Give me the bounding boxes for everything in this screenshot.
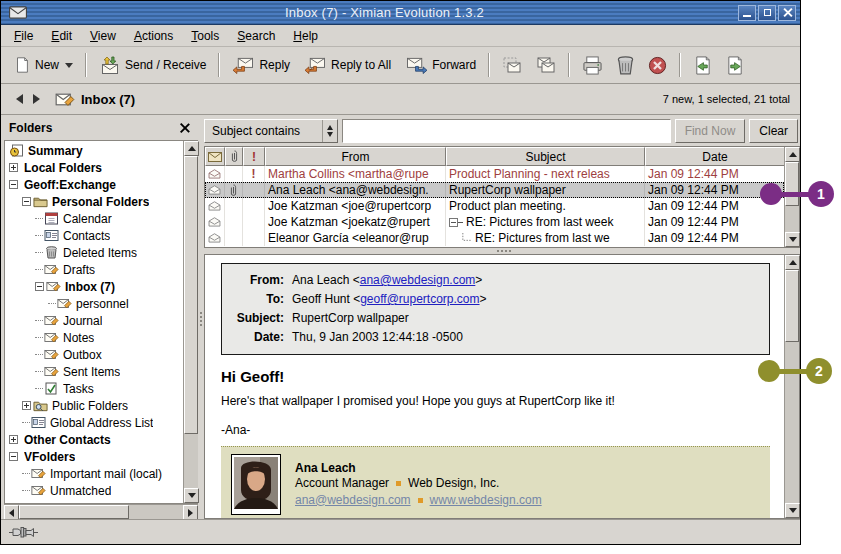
scroll-up-button[interactable]	[184, 141, 199, 156]
clear-button[interactable]: Clear	[749, 119, 798, 143]
folder-tree-scrollbar[interactable]	[183, 141, 198, 503]
sidebar-item-geoff-exchange[interactable]: Geoff:Exchange	[5, 176, 183, 193]
reply-to-all-button[interactable]: Reply to All	[298, 52, 397, 79]
signature-website-link[interactable]: www.webdesign.com	[430, 492, 542, 509]
read-message-icon	[208, 185, 221, 195]
minimize-button[interactable]	[738, 5, 756, 21]
reply-button[interactable]: Reply	[226, 52, 296, 79]
scrollbar-thumb[interactable]	[19, 505, 129, 519]
folders-panel-title: Folders	[9, 121, 52, 135]
message-row[interactable]: ! Martha Collins <martha@rupe Product Pl…	[205, 166, 784, 182]
window-envelope-icon	[9, 6, 27, 19]
importance-column-header[interactable]: !	[243, 147, 265, 166]
menu-search[interactable]: Search	[228, 27, 284, 45]
send-receive-button[interactable]: Send / Receive	[93, 52, 212, 79]
subject-cell: RE: Pictures from last week	[446, 214, 645, 230]
scrollbar-track[interactable]	[184, 434, 198, 488]
thread-collapse-icon[interactable]	[449, 218, 463, 227]
tasks-icon	[44, 382, 59, 395]
sidebar-item-outbox[interactable]: Outbox	[5, 346, 183, 363]
menu-help[interactable]: Help	[284, 27, 327, 45]
folder-forward-icon[interactable]	[33, 94, 40, 104]
scroll-down-button[interactable]	[785, 232, 800, 247]
message-row[interactable]: Joe Katzman <joe@rupertcorp Product plan…	[205, 198, 784, 214]
message-row-selected[interactable]: Ana Leach <ana@webdesign. RupertCorp wal…	[205, 182, 784, 198]
expand-plus-icon[interactable]	[9, 435, 18, 444]
scroll-down-button[interactable]	[184, 488, 199, 503]
sidebar-item-personnel[interactable]: personnel	[5, 295, 183, 312]
status-column-header[interactable]	[205, 147, 225, 166]
search-input[interactable]	[342, 119, 671, 143]
stop-button[interactable]	[642, 52, 673, 79]
scroll-left-button[interactable]	[4, 505, 19, 520]
menu-tools[interactable]: Tools	[182, 27, 228, 45]
to-email-link[interactable]: geoff@rupertcorp.com	[360, 292, 479, 306]
from-email-link[interactable]: ana@webdesign.com	[360, 273, 476, 287]
menu-actions[interactable]: Actions	[125, 27, 182, 45]
maximize-button[interactable]	[758, 5, 776, 21]
sidebar-item-personal-folders[interactable]: Personal Folders	[5, 193, 183, 210]
signature-email-link[interactable]: ana@webdesign.com	[295, 492, 411, 509]
sidebar-item-summary[interactable]: Summary	[5, 142, 183, 159]
sidebar-item-notes[interactable]: Notes	[5, 329, 183, 346]
sidebar-item-contacts[interactable]: Contacts	[5, 227, 183, 244]
move-message-button[interactable]	[496, 52, 528, 78]
expand-plus-icon[interactable]	[9, 163, 18, 172]
collapse-minus-icon[interactable]	[9, 180, 18, 189]
title-bar[interactable]: Inbox (7) - Ximian Evolution 1.3.2	[1, 1, 800, 25]
expand-plus-icon[interactable]	[22, 401, 31, 410]
attachment-column-header[interactable]	[225, 147, 243, 166]
new-button[interactable]: New	[7, 52, 79, 78]
print-button[interactable]	[576, 52, 609, 79]
message-row[interactable]: Joe Katzman <joekatz@rupert RE: Pictures…	[205, 214, 784, 230]
date-column-header[interactable]: Date	[645, 147, 784, 166]
sidebar-item-deleted-items[interactable]: Deleted Items	[5, 244, 183, 261]
bullet-icon	[418, 498, 423, 503]
menu-edit[interactable]: Edit	[42, 27, 81, 45]
collapse-minus-icon[interactable]	[35, 282, 44, 291]
sidebar-item-global-address-list[interactable]: Global Address List	[5, 414, 183, 431]
forward-button[interactable]: Forward	[399, 52, 482, 79]
sidebar-item-inbox[interactable]: Inbox (7)	[5, 278, 183, 295]
find-now-button[interactable]: Find Now	[675, 119, 746, 143]
online-status-icon[interactable]	[9, 526, 41, 539]
sidebar-item-drafts[interactable]: Drafts	[5, 261, 183, 278]
message-row[interactable]: Eleanor García <eleanor@rup RE: Pictures…	[205, 230, 784, 246]
folder-tree-hscrollbar[interactable]	[4, 504, 198, 519]
collapse-minus-icon[interactable]	[22, 197, 31, 206]
sidebar-item-local-folders[interactable]: Local Folders	[5, 159, 183, 176]
search-criteria-select[interactable]: Subject contains	[204, 119, 338, 143]
scrollbar-thumb[interactable]	[184, 156, 198, 434]
sidebar-item-tasks[interactable]: Tasks	[5, 380, 183, 397]
sidebar-item-vfolders[interactable]: VFolders	[5, 448, 183, 465]
scrollbar-track[interactable]	[785, 206, 799, 232]
scroll-right-button[interactable]	[183, 505, 198, 520]
sidebar-item-unmatched[interactable]: Unmatched	[5, 482, 183, 499]
scroll-up-button[interactable]	[785, 147, 800, 162]
folder-back-icon[interactable]	[16, 94, 23, 104]
next-message-button[interactable]	[720, 52, 751, 79]
close-button[interactable]	[778, 5, 796, 21]
read-message-icon	[208, 233, 221, 243]
sidebar-item-sent-items[interactable]: Sent Items	[5, 363, 183, 380]
subject-column-header[interactable]: Subject	[446, 147, 645, 166]
copy-message-button[interactable]	[530, 52, 562, 78]
folders-close-icon[interactable]	[179, 122, 190, 133]
previous-message-button[interactable]	[687, 52, 718, 79]
menu-view[interactable]: View	[81, 27, 125, 45]
delete-button[interactable]	[611, 52, 640, 79]
sidebar-item-calendar[interactable]: Calendar	[5, 210, 183, 227]
menu-file[interactable]: File	[5, 27, 42, 45]
sidebar-item-public-folders[interactable]: Public Folders	[5, 397, 183, 414]
collapse-minus-icon[interactable]	[9, 452, 18, 461]
scroll-down-button[interactable]	[785, 503, 800, 518]
from-column-header[interactable]: From	[265, 147, 446, 166]
spinner-icon[interactable]	[322, 120, 337, 142]
preview-scrollbar[interactable]	[784, 255, 799, 518]
sidebar-item-journal[interactable]: Journal	[5, 312, 183, 329]
sidebar-item-important-mail[interactable]: Important mail (local)	[5, 465, 183, 482]
scrollbar-track[interactable]	[129, 505, 183, 519]
scrollbar-thumb[interactable]	[785, 270, 799, 342]
scroll-up-button[interactable]	[785, 255, 800, 270]
sidebar-item-other-contacts[interactable]: Other Contacts	[5, 431, 183, 448]
